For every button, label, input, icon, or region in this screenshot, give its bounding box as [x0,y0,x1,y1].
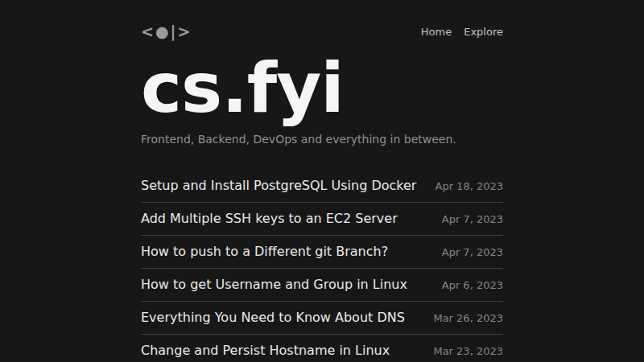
post-row[interactable]: How to get Username and Group in Linux A… [141,269,503,302]
nav-link-home[interactable]: Home [421,26,452,38]
page-container: <●|> Home Explore cs.fyi Frontend, Backe… [141,0,503,362]
post-row[interactable]: Setup and Install PostgreSQL Using Docke… [141,170,503,203]
post-title: Change and Persist Hostname in Linux [141,343,390,359]
post-list: Setup and Install PostgreSQL Using Docke… [141,170,503,362]
page-title: cs.fyi [141,54,503,121]
post-date: Apr 18, 2023 [425,180,503,192]
page-tagline: Frontend, Backend, DevOps and everything… [141,133,503,146]
site-header: <●|> Home Explore [141,22,503,41]
post-row[interactable]: Add Multiple SSH keys to an EC2 Server A… [141,203,503,236]
main-nav: Home Explore [421,26,503,38]
post-date: Apr 7, 2023 [432,213,503,225]
post-title: Setup and Install PostgreSQL Using Docke… [141,178,416,194]
post-title: How to push to a Different git Branch? [141,244,388,260]
post-date: Apr 6, 2023 [432,279,503,291]
post-title: Add Multiple SSH keys to an EC2 Server [141,211,398,227]
post-date: Mar 26, 2023 [423,312,503,324]
post-date: Apr 7, 2023 [432,246,503,258]
post-row[interactable]: Change and Persist Hostname in Linux Mar… [141,335,503,362]
post-title: How to get Username and Group in Linux [141,277,407,293]
nav-link-explore[interactable]: Explore [464,26,503,38]
site-logo[interactable]: <●|> [141,24,192,39]
post-row[interactable]: How to push to a Different git Branch? A… [141,236,503,269]
post-title: Everything You Need to Know About DNS [141,310,405,326]
post-date: Mar 23, 2023 [423,345,503,357]
post-row[interactable]: Everything You Need to Know About DNS Ma… [141,302,503,335]
